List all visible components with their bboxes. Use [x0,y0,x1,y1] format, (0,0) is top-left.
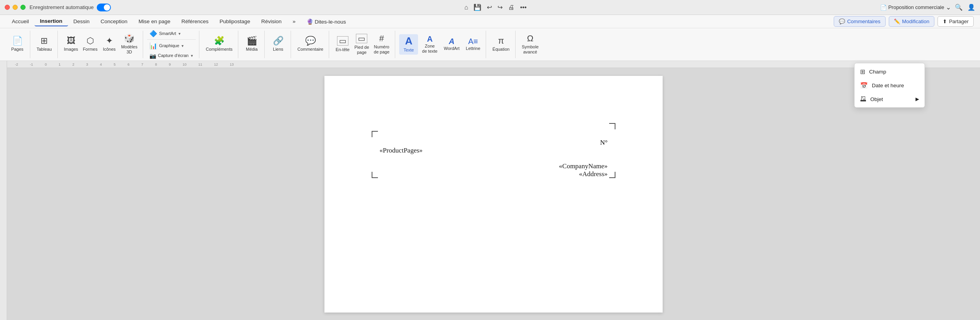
corner-mark-br [608,170,615,178]
ruler-top: -2 -1 0 1 2 3 4 5 6 7 8 9 10 11 12 13 [7,61,980,68]
dropdown-item-date-heure[interactable]: 📅 Date et heure [855,79,925,92]
tool-texte[interactable]: A Texte [399,34,418,54]
tool-group-liens: 🔗 Liens [265,31,291,58]
pages-icon: 📄 [12,37,23,45]
partager-button[interactable]: ⬆ Partager [938,16,974,27]
menu-item-mise-en-page[interactable]: Mise en page [133,17,176,26]
title-bar: Enregistrement automatique ⌂ 💾 ↩ ↪ 🖨 •••… [0,0,980,15]
menu-item-dessin[interactable]: Dessin [68,17,95,26]
doc-page: «ProductPages» N° [324,76,663,313]
maximize-button[interactable] [20,5,26,10]
profile-icon[interactable]: 👤 [967,4,975,11]
ruler-left [0,61,7,320]
tool-smartart[interactable]: 🔷 SmartArt ▼ [147,29,183,39]
autosave-toggle[interactable] [97,4,111,11]
tool-symbole[interactable]: Ω Symbole avancé [519,33,541,56]
doc-scroll[interactable]: «ProductPages» N° [7,68,980,320]
comment-icon: 💬 [839,18,845,24]
tool-numero-page[interactable]: # Numéro de page [372,33,392,56]
tool-wordart[interactable]: A WordArt [441,34,462,55]
menu-item-revision[interactable]: Révision [256,17,287,26]
tool-lettrine[interactable]: A≡ Lettrine [464,34,483,55]
tool-zone-texte[interactable]: A Zone de texte [420,34,440,55]
menu-item-accueil[interactable]: Accueil [6,17,35,26]
tool-equation[interactable]: π Équation [490,35,512,53]
graphique-icon: 📊 [149,43,157,49]
edit-icon: ✏️ [894,18,900,24]
more-icon[interactable]: ••• [520,4,527,11]
tool-group-images: 🖼 Images ⬡ Formes ✦ Icônes 🎲 Modèles 3D [59,31,144,58]
doc-area: -2 -1 0 1 2 3 4 5 6 7 8 9 10 11 12 13 [0,61,980,320]
tool-entete[interactable]: ▭ En-tête [333,35,352,54]
equation-icon: π [498,37,504,45]
zone-texte-icon: A [427,35,433,43]
box-icon: 🗳 [860,96,866,103]
images-icon: 🖼 [67,37,76,45]
number-label: N° [600,139,608,147]
tool-group-texte: A Texte A Zone de texte A WordArt A≡ Let… [396,31,486,58]
tool-media[interactable]: 🎬 Média [242,35,261,53]
lettrine-icon: A≡ [468,37,478,45]
tool-tableau[interactable]: ⊞ Tableau [34,35,54,53]
dropdown-item-champ[interactable]: ⊞ Champ [855,65,925,79]
chevron-icon[interactable]: ⌄ [946,4,951,11]
search-icon[interactable]: 🔍 [955,4,963,11]
redo-icon[interactable]: ↪ [497,4,503,11]
tool-graphique[interactable]: 📊 Graphique ▼ [147,41,186,51]
capture-icon: 📷 [149,53,156,59]
title-bar-center: ⌂ 💾 ↩ ↪ 🖨 ••• [115,4,876,11]
smartart-caret: ▼ [178,32,181,36]
symbole-icon: Ω [527,34,533,43]
menu-item-insertion[interactable]: Insertion [35,17,68,26]
save-icon[interactable]: 💾 [473,4,481,11]
media-icon: 🎬 [247,37,257,45]
commentaire-icon: 💬 [305,37,316,45]
complements-icon: 🧩 [214,37,225,45]
corner-mark-tl [372,131,379,139]
modification-button[interactable]: ✏️ Modification [889,16,934,27]
tableau-icon: ⊞ [41,37,48,45]
tool-group-complements: 🧩 Compléments [200,31,238,58]
tool-group-equation: π Équation [487,31,515,58]
toggle-knob [104,4,110,11]
corner-mark-bl [372,170,379,178]
document-title: 📄 Proposition commerciale ⌄ [880,4,951,11]
entete-icon: ▭ [337,36,348,46]
home-icon[interactable]: ⌂ [464,4,468,11]
corner-mark-tr [608,123,615,131]
menu-right: 💬 Commentaires ✏️ Modification ⬆ Partage… [834,16,974,27]
menu-item-conception[interactable]: Conception [95,17,133,26]
commentaires-button[interactable]: 💬 Commentaires [834,16,886,27]
minimize-button[interactable] [13,5,18,10]
tool-formes[interactable]: ⬡ Formes [81,35,100,53]
objet-caret: ▶ [916,96,919,102]
close-button[interactable] [5,5,10,10]
menu-item-publipostage[interactable]: Publipostage [214,17,256,26]
liens-icon: 🔗 [273,37,284,45]
tool-commentaire[interactable]: 💬 Commentaire [295,35,326,53]
formes-icon: ⬡ [87,37,94,45]
tool-pages[interactable]: 📄 Pages [8,35,27,53]
modeles3d-icon: 🎲 [124,34,134,43]
undo-icon[interactable]: ↩ [487,4,492,11]
tool-capture[interactable]: 📷 Capture d'écran ▼ [147,51,196,60]
numero-page-icon: # [379,34,384,43]
icones-icon: ✦ [106,37,113,45]
menu-item-more[interactable]: » [287,17,301,26]
menu-item-dites-le-nous[interactable]: 🔮 Dites-le-nous [301,17,352,26]
tool-liens[interactable]: 🔗 Liens [269,35,287,53]
tool-images[interactable]: 🖼 Images [62,35,81,53]
tool-icones[interactable]: ✦ Icônes [100,35,119,53]
traffic-lights [5,5,26,10]
capture-caret: ▼ [190,54,193,58]
wordart-icon: A [449,37,454,45]
tool-modeles3d[interactable]: 🎲 Modèles 3D [119,33,140,56]
dropdown-item-objet[interactable]: 🗳 Objet ▶ [855,92,925,106]
tool-complements[interactable]: 🧩 Compléments [203,35,235,53]
menu-item-references[interactable]: Références [176,17,214,26]
share-icon: ⬆ [943,18,947,24]
print-icon[interactable]: 🖨 [508,4,514,11]
toolbar: 📄 Pages ⊞ Tableau 🖼 Images ⬡ Formes ✦ [0,28,980,61]
ruler-top-area: -2 -1 0 1 2 3 4 5 6 7 8 9 10 11 12 13 [7,61,980,320]
tool-pied-page[interactable]: ▭ Pied de page [352,32,371,57]
